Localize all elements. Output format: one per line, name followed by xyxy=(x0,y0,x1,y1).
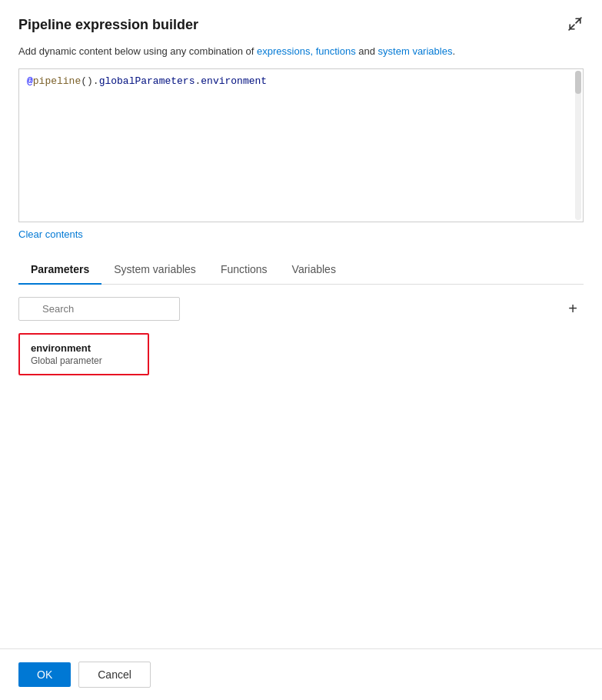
pipeline-expression-builder-dialog: Pipeline expression builder Add dynamic … xyxy=(0,0,602,700)
dialog-body: Add dynamic content below using any comb… xyxy=(0,44,602,648)
dialog-footer: OK Cancel xyxy=(0,648,602,700)
expand-icon xyxy=(568,17,582,31)
scrollbar-thumb xyxy=(575,71,581,94)
parameters-list: environment Global parameter xyxy=(18,333,584,375)
dialog-header: Pipeline expression builder xyxy=(0,0,602,44)
tab-functions[interactable]: Functions xyxy=(208,255,280,285)
tab-variables[interactable]: Variables xyxy=(280,255,348,285)
ok-button[interactable]: OK xyxy=(18,662,71,687)
search-wrapper: 🔍 xyxy=(18,297,556,321)
tab-parameters[interactable]: Parameters xyxy=(18,255,101,285)
parameter-type: Global parameter xyxy=(31,355,137,366)
search-input[interactable] xyxy=(18,297,180,321)
dialog-title: Pipeline expression builder xyxy=(18,17,198,33)
expand-button[interactable] xyxy=(567,15,584,35)
add-button[interactable]: + xyxy=(562,298,584,319)
cancel-button[interactable]: Cancel xyxy=(78,662,151,688)
scrollbar xyxy=(575,71,581,220)
clear-contents-link[interactable]: Clear contents xyxy=(18,228,584,240)
expression-editor[interactable]: @pipeline().globalParameters.environment xyxy=(18,68,584,222)
system-variables-link[interactable]: system variables xyxy=(378,45,453,57)
search-row: 🔍 + xyxy=(18,297,584,321)
parameter-item-environment[interactable]: environment Global parameter xyxy=(18,333,149,375)
functions-link[interactable]: functions xyxy=(316,45,356,57)
parameter-name: environment xyxy=(31,342,137,354)
expressions-link[interactable]: expressions, xyxy=(257,45,313,57)
expression-wrapper: @pipeline().globalParameters.environment xyxy=(18,68,584,222)
tabs-container: Parameters System variables Functions Va… xyxy=(18,255,584,285)
description-text: Add dynamic content below using any comb… xyxy=(18,44,584,59)
tab-system-variables[interactable]: System variables xyxy=(101,255,208,285)
